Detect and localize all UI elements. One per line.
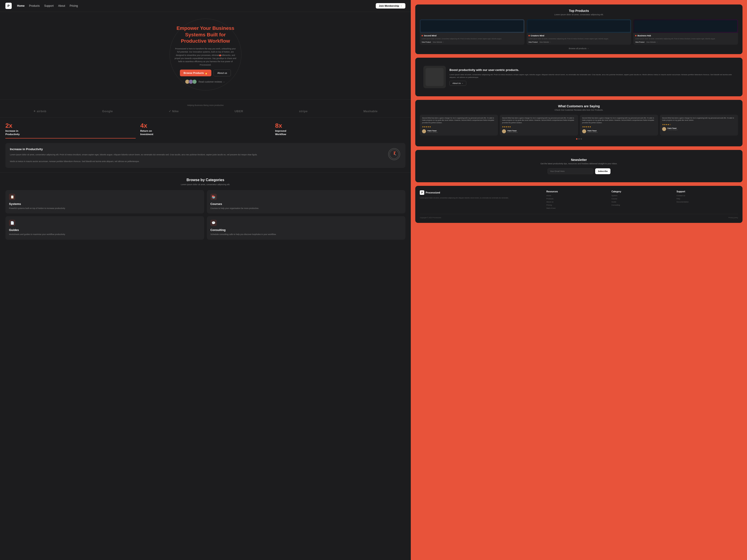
testimonial-2: Second Mind has been a game changer for … bbox=[500, 115, 578, 136]
testimonial-stars-1: ★★★★★ bbox=[422, 126, 496, 128]
nav-products[interactable]: Products bbox=[29, 4, 40, 7]
footer-link-guide[interactable]: Guide bbox=[612, 201, 673, 203]
dot-1[interactable] bbox=[576, 138, 577, 140]
brand-nike: ✓ Nike bbox=[169, 109, 179, 113]
footer-privacy-link[interactable]: Privacy policy bbox=[728, 217, 738, 218]
categories-subtitle: Lorem ipsum dolor sit amet, consectetur … bbox=[5, 183, 405, 186]
stat-detail-icon bbox=[387, 148, 401, 161]
testimonial-author-3: Pakhi Tiwari Product designer bbox=[582, 129, 656, 133]
join-membership-button[interactable]: Join Membership → bbox=[376, 3, 406, 8]
footer-link-products[interactable]: Products bbox=[546, 198, 608, 200]
footer-link-pricing[interactable]: Pricing bbox=[546, 204, 608, 206]
stat-detail-card: Increase in Productivity Lorem ipsum dol… bbox=[5, 143, 405, 168]
category-guides[interactable]: 📄 Guides Worksheets and guides to maximi… bbox=[5, 216, 204, 240]
navbar: P Home Products Support About Pricing Jo… bbox=[0, 0, 411, 12]
brand-airbnb: ✦ airbnb bbox=[33, 109, 46, 113]
nav-home[interactable]: Home bbox=[17, 4, 24, 7]
stat-workflow[interactable]: 8x ImprovedWorkflow bbox=[275, 122, 405, 138]
category-consulting[interactable]: 💬 Consulting Schedule consulting calls t… bbox=[207, 216, 406, 240]
nav-links: Home Products Support About Pricing bbox=[17, 4, 376, 7]
footer-link-about[interactable]: About us bbox=[546, 201, 608, 203]
author-name-4: Pakhi Tiwari bbox=[668, 128, 677, 129]
view-website-3[interactable]: View Website → bbox=[646, 41, 658, 43]
category-desc-courses: Courses to help your organisation be mor… bbox=[210, 207, 402, 210]
stat-productivity[interactable]: 2x Increase inProductivity bbox=[5, 122, 136, 138]
product-feature-image bbox=[423, 66, 446, 88]
product-business-hub[interactable]: Business Hub Lorem ipsum dolor sit amet,… bbox=[633, 19, 738, 45]
product-second-mind[interactable]: Second Mind Lorem ipsum dolor sit amet, … bbox=[420, 19, 524, 45]
author-name-3: Pakhi Tiwari bbox=[588, 130, 598, 132]
browse-products-button[interactable]: Browse Products 🔥 bbox=[180, 70, 211, 76]
brand-google: Google bbox=[102, 109, 113, 113]
footer-link-system[interactable]: System bbox=[612, 194, 673, 196]
category-systems[interactable]: 📋 Systems Powerful systems built on top … bbox=[5, 190, 204, 214]
view-website-1[interactable]: View Website → bbox=[433, 41, 444, 43]
newsletter-subtitle: Get the latest productivity tips, resour… bbox=[423, 162, 735, 165]
about-us-button[interactable]: About us bbox=[213, 70, 231, 76]
author-name-2: Pakhi Tiwari bbox=[507, 130, 517, 132]
categories-title: Browse by Categories bbox=[5, 178, 405, 182]
testimonials-grid: Second Mind has been a game changer for … bbox=[420, 115, 738, 136]
newsletter-email-input[interactable] bbox=[547, 168, 593, 174]
testimonial-author-2: Pakhi Tiwari Product designer bbox=[502, 129, 576, 133]
testimonials-dots bbox=[420, 138, 738, 140]
svg-point-0 bbox=[390, 150, 398, 159]
product-creators-mind[interactable]: Creators Mind Lorem ipsum dolor sit amet… bbox=[527, 19, 631, 45]
dot-2[interactable] bbox=[578, 138, 580, 140]
courses-icon: 📚 bbox=[210, 194, 217, 200]
brand-mashable: Mashable bbox=[363, 109, 378, 113]
view-product-2[interactable]: View Product bbox=[529, 41, 538, 43]
testimonial-4: Second Mind has been a game changer for … bbox=[660, 115, 738, 136]
author-role-3: Product designer bbox=[588, 132, 598, 133]
footer-link-home[interactable]: Home bbox=[546, 194, 608, 196]
view-website-2[interactable]: View Website → bbox=[539, 41, 551, 43]
nav-pricing[interactable]: Pricing bbox=[70, 4, 78, 7]
newsletter-subscribe-button[interactable]: Subscribe bbox=[595, 168, 611, 174]
view-product-1[interactable]: View Product bbox=[421, 41, 431, 43]
svg-point-3 bbox=[394, 154, 395, 155]
product-desc-1: Lorem ipsum dolor sit amet, consectetur … bbox=[421, 38, 523, 40]
product-feature-about-button[interactable]: About Us → bbox=[449, 81, 466, 86]
footer-link-documentation[interactable]: Documentation bbox=[676, 201, 738, 203]
author-role-4: Product designer bbox=[668, 129, 677, 130]
testimonial-text-2: Second Mind has been a game changer for … bbox=[502, 117, 576, 124]
footer-link-faq[interactable]: FAQ bbox=[676, 198, 738, 200]
testimonial-stars-4: ★★★★☆ bbox=[662, 124, 736, 126]
reviews-link[interactable]: Read customer reviews → bbox=[199, 81, 225, 83]
brand-stripe: stripe bbox=[299, 109, 307, 113]
nav-about[interactable]: About bbox=[58, 4, 65, 7]
footer-link-contact[interactable]: Contact us bbox=[676, 194, 738, 196]
stat-label-1: Increase inProductivity bbox=[5, 129, 136, 136]
testimonial-1: Second Mind has been a game changer for … bbox=[420, 115, 498, 136]
brand-uber: UBER bbox=[234, 109, 243, 113]
view-product-3[interactable]: View Product bbox=[635, 41, 644, 43]
testimonial-text-1: Second Mind has been a game changer for … bbox=[422, 117, 496, 124]
clock-icon bbox=[388, 148, 400, 160]
category-courses[interactable]: 📚 Courses Courses to help your organisat… bbox=[207, 190, 406, 214]
stat-number-1: 2x bbox=[5, 122, 136, 129]
product-thumb-2 bbox=[527, 19, 631, 33]
products-grid: Second Mind Lorem ipsum dolor sit amet, … bbox=[420, 19, 738, 45]
footer-link-wall-of-love[interactable]: Wall of love bbox=[546, 207, 608, 209]
categories-grid: 📋 Systems Powerful systems built on top … bbox=[5, 190, 405, 240]
footer-support-title: Support bbox=[676, 190, 738, 193]
footer-link-course[interactable]: Course bbox=[612, 198, 673, 200]
author-avatar-1 bbox=[422, 129, 426, 133]
brands-section: Helping Business Being more productive ✦… bbox=[0, 100, 411, 117]
stat-number-3: 8x bbox=[275, 122, 405, 129]
footer-link-consulting[interactable]: Consulting bbox=[612, 204, 673, 206]
footer-category-title: Category bbox=[612, 190, 673, 193]
dot-3[interactable] bbox=[581, 138, 582, 140]
stat-roi[interactable]: 4x Return onInvestment bbox=[140, 122, 271, 138]
product-desc-2: Lorem ipsum dolor sit amet, consectetur … bbox=[529, 38, 629, 40]
author-avatar-3 bbox=[582, 129, 586, 133]
category-desc-guides: Worksheets and guides to maximise your w… bbox=[9, 233, 201, 236]
category-name-guides: Guides bbox=[9, 228, 201, 232]
product-thumb-3 bbox=[633, 19, 738, 33]
footer-bottom: Copyright © 2023 Processized Privacy pol… bbox=[420, 214, 738, 218]
product-feature-title: Boost productivity with our user-centric… bbox=[449, 68, 735, 72]
browse-all-products-button[interactable]: Browse all products → bbox=[569, 47, 589, 50]
category-name-courses: Courses bbox=[210, 202, 402, 206]
nav-support[interactable]: Support bbox=[44, 4, 54, 7]
left-panel: P Home Products Support About Pricing Jo… bbox=[0, 0, 411, 560]
